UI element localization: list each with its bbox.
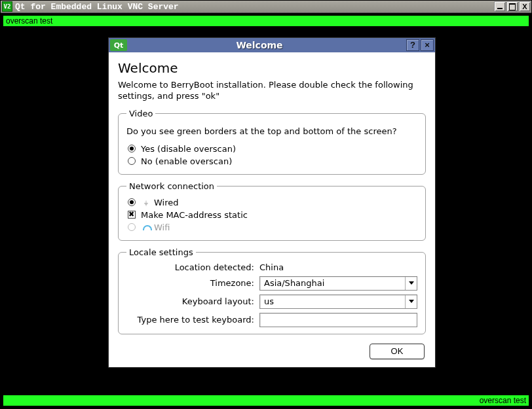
ok-button[interactable]: OK xyxy=(370,344,425,359)
minimize-button[interactable] xyxy=(494,1,506,12)
video-fieldset: Video Do you see green borders at the to… xyxy=(118,109,426,175)
keyboard-label: Keyboard layout: xyxy=(126,296,254,306)
timezone-select-value: Asia/Shanghai xyxy=(260,278,405,288)
dialog-body: Welcome Welcome to BerryBoot installatio… xyxy=(109,52,435,367)
network-option-mac-static[interactable]: Make MAC-address static xyxy=(126,209,417,221)
dialog-help-button[interactable]: ? xyxy=(406,39,419,51)
overscan-bar-bottom: overscan test xyxy=(3,395,529,406)
keyboard-test-input[interactable] xyxy=(259,313,417,327)
network-option-wifi: Wifi xyxy=(126,221,417,234)
ethernet-plug-icon: ⏚ xyxy=(141,199,151,205)
welcome-heading: Welcome xyxy=(118,60,426,76)
video-question: Do you see green borders at the top and … xyxy=(126,126,417,136)
network-legend: Network connection xyxy=(126,181,217,191)
network-option-mac-label: Make MAC-address static xyxy=(141,210,248,220)
overscan-bar-top: overscan test xyxy=(3,16,529,26)
chevron-down-icon xyxy=(405,277,417,290)
welcome-intro: Welcome to BerryBoot installation. Pleas… xyxy=(118,80,426,102)
location-label: Location detected: xyxy=(126,262,254,272)
video-option-no-label: No (enable overscan) xyxy=(141,156,232,166)
dialog-titlebar[interactable]: Qt Welcome ? × xyxy=(109,38,435,52)
vnc-titlebar: V2 Qt for Embedded Linux VNC Server X xyxy=(1,1,531,13)
maximize-button[interactable] xyxy=(506,1,518,12)
timezone-select[interactable]: Asia/Shanghai xyxy=(259,276,417,291)
wifi-icon xyxy=(141,224,151,230)
timezone-label: Timezone: xyxy=(126,278,254,288)
dialog-button-row: OK xyxy=(118,344,425,359)
radio-icon xyxy=(128,198,136,206)
chevron-down-icon xyxy=(405,295,417,308)
keyboard-select-value: us xyxy=(260,296,405,306)
video-option-yes-label: Yes (disable overscan) xyxy=(141,144,236,154)
locale-fieldset: Locale settings Location detected: China… xyxy=(118,247,426,334)
welcome-dialog: Qt Welcome ? × Welcome Welcome to BerryB… xyxy=(109,38,435,367)
keyboard-select[interactable]: us xyxy=(259,294,417,309)
network-option-wired-label: Wired xyxy=(154,198,179,207)
location-value: China xyxy=(259,262,417,272)
locale-legend: Locale settings xyxy=(126,247,196,257)
radio-icon xyxy=(128,223,136,231)
network-fieldset: Network connection ⏚ Wired Make MAC-addr… xyxy=(118,181,426,241)
dialog-close-button[interactable]: × xyxy=(421,39,434,51)
dialog-title: Welcome xyxy=(113,40,406,50)
network-option-wired[interactable]: ⏚ Wired xyxy=(126,196,417,209)
video-legend: Video xyxy=(126,109,155,118)
radio-icon xyxy=(128,157,136,165)
vnc-window-title: Qt for Embedded Linux VNC Server xyxy=(15,2,494,12)
video-option-no[interactable]: No (enable overscan) xyxy=(126,155,417,168)
video-option-yes[interactable]: Yes (disable overscan) xyxy=(126,143,417,155)
close-window-button[interactable]: X xyxy=(519,1,531,12)
keyboard-test-label: Type here to test keyboard: xyxy=(126,315,254,325)
vnc-window: V2 Qt for Embedded Linux VNC Server X ov… xyxy=(0,0,532,409)
vnc-app-icon: V2 xyxy=(2,1,12,12)
inner-screen: overscan test overscan test Qt Welcome ?… xyxy=(1,13,531,408)
checkbox-icon xyxy=(128,211,136,219)
radio-icon xyxy=(128,145,136,152)
network-option-wifi-label: Wifi xyxy=(154,222,170,232)
